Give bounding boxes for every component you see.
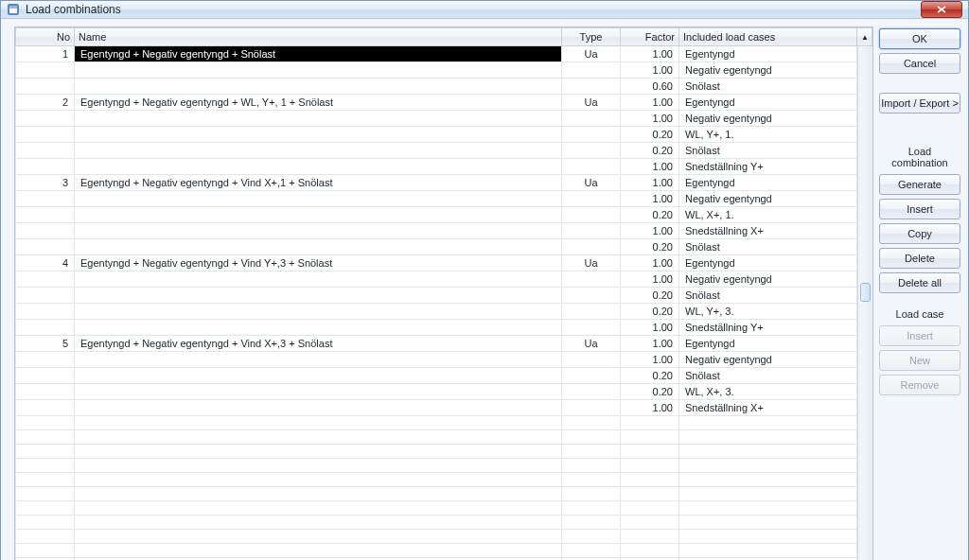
cell[interactable]: Egentyngd + Negativ egentyngd + Snölast: [75, 46, 562, 62]
cell[interactable]: [16, 288, 75, 304]
cell[interactable]: 0.20: [621, 288, 679, 304]
cell[interactable]: Snölast: [679, 239, 857, 255]
cell[interactable]: [16, 159, 75, 175]
table-row[interactable]: 0.20Snölast: [16, 288, 872, 304]
cell[interactable]: [621, 530, 679, 544]
cell[interactable]: Ua: [562, 95, 621, 111]
table-row[interactable]: 1Egentyngd + Negativ egentyngd + Snölast…: [16, 46, 872, 62]
cell[interactable]: Negativ egentyngd: [679, 271, 857, 288]
cell[interactable]: [16, 487, 75, 501]
header-name[interactable]: Name: [75, 28, 562, 46]
cell[interactable]: [621, 544, 679, 558]
cell[interactable]: [75, 400, 562, 416]
cell[interactable]: Egentyngd: [679, 336, 857, 352]
header-factor[interactable]: Factor: [621, 28, 679, 46]
cell[interactable]: [679, 416, 857, 430]
cell[interactable]: 1.00: [621, 95, 679, 111]
cell[interactable]: [621, 459, 679, 473]
cell[interactable]: [562, 416, 621, 430]
cell[interactable]: 0.60: [621, 79, 679, 95]
cell[interactable]: [562, 516, 621, 530]
cell[interactable]: WL, X+, 1.: [679, 207, 857, 223]
cell[interactable]: [16, 544, 75, 558]
cell[interactable]: 0.20: [621, 384, 679, 400]
cell[interactable]: Snölast: [679, 368, 857, 384]
table-row-empty[interactable]: [16, 416, 872, 430]
cell[interactable]: 0.20: [621, 207, 679, 223]
cell[interactable]: [679, 501, 857, 516]
cell[interactable]: [75, 288, 562, 304]
generate-button[interactable]: Generate: [879, 174, 960, 195]
table-row[interactable]: 0.60Snölast: [16, 79, 872, 95]
header-no[interactable]: No: [16, 28, 75, 46]
cell[interactable]: [75, 223, 562, 239]
table-row[interactable]: 1.00Snedställning Y+: [16, 159, 872, 175]
cell[interactable]: 1.00: [621, 400, 679, 416]
cell[interactable]: Egentyngd + Negativ egentyngd + WL, Y+, …: [75, 95, 562, 111]
cell[interactable]: [562, 127, 621, 143]
cell[interactable]: [75, 530, 562, 544]
cell[interactable]: [562, 143, 621, 159]
insert-button[interactable]: Insert: [879, 199, 960, 219]
cell[interactable]: 1.00: [621, 255, 679, 271]
cell[interactable]: [562, 384, 621, 400]
cancel-button[interactable]: Cancel: [879, 53, 960, 74]
cell[interactable]: [75, 473, 562, 487]
cell[interactable]: [75, 416, 562, 430]
cell[interactable]: Negativ egentyngd: [679, 111, 857, 127]
cell[interactable]: [562, 239, 621, 255]
cell[interactable]: 0.20: [621, 239, 679, 255]
cell[interactable]: 1.00: [621, 111, 679, 127]
cell[interactable]: 0.20: [621, 304, 679, 320]
cell[interactable]: [562, 544, 621, 558]
table-row[interactable]: 0.20WL, Y+, 1.: [16, 127, 872, 143]
table-row[interactable]: 0.20Snölast: [16, 143, 872, 159]
header-scroll-up[interactable]: ▲: [857, 28, 872, 46]
cell[interactable]: [562, 320, 621, 336]
cell[interactable]: [75, 501, 562, 516]
cell[interactable]: Negativ egentyngd: [679, 191, 857, 207]
table-row[interactable]: 3Egentyngd + Negativ egentyngd + Vind X+…: [16, 175, 872, 191]
cell[interactable]: [562, 501, 621, 516]
cell[interactable]: [16, 239, 75, 255]
cell[interactable]: [679, 544, 857, 558]
cell[interactable]: [75, 62, 562, 79]
table-row-empty[interactable]: [16, 473, 872, 487]
cell[interactable]: [16, 62, 75, 79]
cell[interactable]: [75, 159, 562, 175]
window-close-button[interactable]: [921, 1, 962, 18]
cell[interactable]: [562, 111, 621, 127]
cell[interactable]: [16, 384, 75, 400]
cell[interactable]: Ua: [562, 255, 621, 271]
scroll-up-icon[interactable]: [858, 46, 872, 61]
cell[interactable]: [16, 304, 75, 320]
cell[interactable]: [75, 445, 562, 459]
cell[interactable]: [75, 127, 562, 143]
cell[interactable]: 1.00: [621, 336, 679, 352]
cell[interactable]: [562, 271, 621, 288]
table-row-empty[interactable]: [16, 430, 872, 445]
cell[interactable]: [75, 430, 562, 445]
cell[interactable]: WL, X+, 3.: [679, 384, 857, 400]
scroll-thumb[interactable]: [860, 283, 871, 302]
cell[interactable]: [75, 320, 562, 336]
cell[interactable]: [679, 487, 857, 501]
table-row[interactable]: 0.20Snölast: [16, 239, 872, 255]
cell[interactable]: [679, 459, 857, 473]
cell[interactable]: WL, Y+, 1.: [679, 127, 857, 143]
cell[interactable]: [562, 352, 621, 368]
cell[interactable]: 1.00: [621, 46, 679, 62]
cell[interactable]: Ua: [562, 336, 621, 352]
cell[interactable]: [75, 79, 562, 95]
cell[interactable]: [16, 430, 75, 445]
cell[interactable]: 1.00: [621, 175, 679, 191]
cell[interactable]: [75, 207, 562, 223]
cell[interactable]: [562, 159, 621, 175]
cell[interactable]: [75, 544, 562, 558]
cell[interactable]: 3: [16, 175, 75, 191]
import-export-button[interactable]: Import / Export >: [879, 93, 960, 114]
case-new-button[interactable]: New: [879, 350, 960, 371]
cell[interactable]: Egentyngd: [679, 175, 857, 191]
cell[interactable]: [75, 368, 562, 384]
cell[interactable]: [16, 516, 75, 530]
